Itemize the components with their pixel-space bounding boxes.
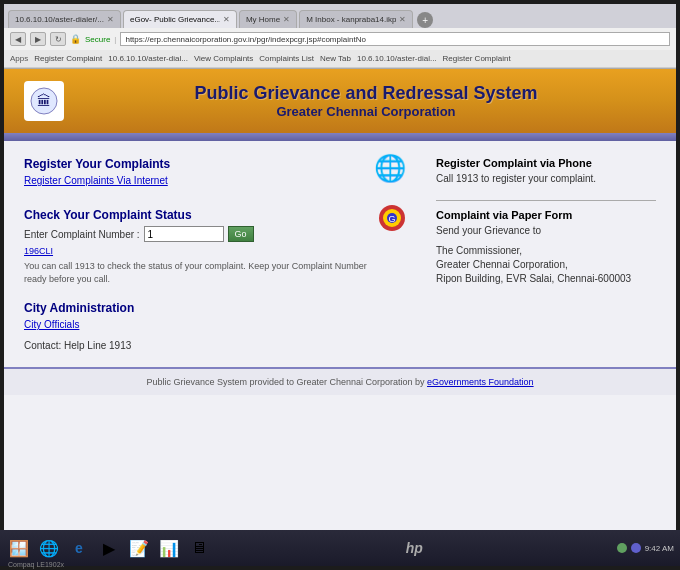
- bookmark-complaints[interactable]: Complaints List: [259, 54, 314, 63]
- city-admin-section: City Administration City Officials Conta…: [24, 301, 406, 351]
- taskbar-ie-icon[interactable]: e: [66, 535, 92, 561]
- browser-window: 10.6.10.10/aster-dialer/... ✕ eGov- Publ…: [4, 4, 676, 530]
- tab-label: My Home: [246, 15, 280, 24]
- header-subtitle: Greater Chennai Corporation: [76, 104, 656, 119]
- taskbar-word-icon[interactable]: 📝: [126, 535, 152, 561]
- tab-egov[interactable]: eGov- Public Grievance... ✕: [123, 10, 237, 28]
- hp-logo: hp: [406, 540, 423, 556]
- paper-section-title: Complaint via Paper Form: [436, 209, 656, 221]
- svg-text:G: G: [388, 214, 395, 224]
- page-content: 🏛 Public Grievance and Redressal System …: [4, 69, 676, 530]
- svg-text:🏛: 🏛: [37, 93, 51, 109]
- complaint-status-section: Check Your Complaint Status Enter Compla…: [24, 208, 406, 285]
- tab-inbox[interactable]: M Inbox - kanpraba14.ikp... ✕: [299, 10, 413, 28]
- secure-lock-icon: 🔒: [70, 34, 81, 44]
- tab-aster[interactable]: 10.6.10.10/aster-dialer/... ✕: [8, 10, 121, 28]
- paper-address-text: The Commissioner, Greater Chennai Corpor…: [436, 244, 656, 286]
- taskbar-chrome-icon[interactable]: 🌐: [36, 535, 62, 561]
- paper-intro-text: Send your Grievance to: [436, 224, 656, 238]
- paper-section: Complaint via Paper Form Send your Griev…: [436, 209, 656, 286]
- register-internet-link[interactable]: Register Complaints Via Internet: [24, 175, 170, 186]
- go-button[interactable]: Go: [228, 226, 254, 242]
- monitor-model-label: Compaq LE1902x: [8, 561, 64, 568]
- tab-home[interactable]: My Home ✕: [239, 10, 297, 28]
- bookmark-aster1[interactable]: 10.6.10.10/aster-dial...: [108, 54, 188, 63]
- status-title: Check Your Complaint Status: [24, 208, 378, 222]
- status-hint-link[interactable]: 196CLI: [24, 246, 378, 256]
- city-admin-title: City Administration: [24, 301, 406, 315]
- status-info-text: You can call 1913 to check the status of…: [24, 260, 378, 285]
- phone-section-title: Register Complaint via Phone: [436, 157, 656, 169]
- page-header: 🏛 Public Grievance and Redressal System …: [4, 69, 676, 133]
- phone-section: Register Complaint via Phone Call 1913 t…: [436, 157, 656, 186]
- taskbar-excel-icon[interactable]: 📊: [156, 535, 182, 561]
- clock: 9:42 AM: [645, 544, 674, 553]
- register-section: Register Your Complaints Register Compla…: [24, 157, 406, 196]
- ie-icon: 🌐: [374, 153, 406, 184]
- tab-label: M Inbox - kanpraba14.ikp...: [306, 15, 396, 24]
- tab-close-icon[interactable]: ✕: [223, 15, 230, 24]
- tab-close-icon[interactable]: ✕: [283, 15, 290, 24]
- taskbar: 🪟 🌐 e ▶ 📝 📊 🖥 hp 9:42 AM: [0, 530, 680, 566]
- bookmark-newtab[interactable]: New Tab: [320, 54, 351, 63]
- city-officials-link[interactable]: City Officials: [24, 319, 406, 330]
- browser-chrome: 10.6.10.10/aster-dialer/... ✕ eGov- Publ…: [4, 4, 676, 69]
- header-text: Public Grievance and Redressal System Gr…: [76, 83, 656, 119]
- taskbar-start-icon[interactable]: 🪟: [6, 535, 32, 561]
- right-column: Register Complaint via Phone Call 1913 t…: [436, 157, 656, 351]
- forward-button[interactable]: ▶: [30, 32, 46, 46]
- header-title: Public Grievance and Redressal System: [76, 83, 656, 104]
- back-button[interactable]: ◀: [10, 32, 26, 46]
- tab-bar: 10.6.10.10/aster-dialer/... ✕ eGov- Publ…: [4, 4, 676, 28]
- bookmark-aster2[interactable]: 10.6.10.10/aster-dial...: [357, 54, 437, 63]
- sound-icon: [631, 543, 641, 553]
- address-bar: ◀ ▶ ↻ 🔒 Secure |: [4, 28, 676, 50]
- refresh-button[interactable]: ↻: [50, 32, 66, 46]
- address-separator: |: [114, 35, 116, 44]
- secure-label: Secure: [85, 35, 110, 44]
- bookmarks-bar: Apps Register Complaint 10.6.10.10/aster…: [4, 50, 676, 68]
- tab-label: eGov- Public Grievance...: [130, 15, 220, 24]
- footer-link[interactable]: eGovernments Foundation: [427, 377, 534, 387]
- taskbar-media-icon[interactable]: ▶: [96, 535, 122, 561]
- apps-label: Apps: [10, 54, 28, 63]
- page-footer: Public Grievance System provided to Grea…: [4, 367, 676, 395]
- taskbar-calc-icon[interactable]: 🖥: [186, 535, 212, 561]
- purple-divider: [4, 133, 676, 141]
- footer-text: Public Grievance System provided to Grea…: [146, 377, 427, 387]
- section-divider: [436, 200, 656, 201]
- left-column: Register Your Complaints Register Compla…: [24, 157, 406, 351]
- bookmark-register2[interactable]: Register Complaint: [443, 54, 511, 63]
- status-icon: G: [378, 204, 406, 238]
- main-layout: Register Your Complaints Register Compla…: [4, 141, 676, 367]
- bookmark-view[interactable]: View Complaints: [194, 54, 253, 63]
- bookmark-register[interactable]: Register Complaint: [34, 54, 102, 63]
- register-title: Register Your Complaints: [24, 157, 170, 171]
- header-logo: 🏛: [24, 81, 64, 121]
- complaint-input-label: Enter Complaint Number :: [24, 229, 140, 240]
- tab-label: 10.6.10.10/aster-dialer/...: [15, 15, 104, 24]
- network-icon: [617, 543, 627, 553]
- address-input[interactable]: [120, 32, 670, 46]
- tab-close-icon[interactable]: ✕: [107, 15, 114, 24]
- new-tab-button[interactable]: +: [417, 12, 433, 28]
- tab-close-icon[interactable]: ✕: [399, 15, 406, 24]
- complaint-input-row: Enter Complaint Number : Go: [24, 226, 378, 242]
- phone-section-text: Call 1913 to register your complaint.: [436, 172, 656, 186]
- helpline-text: Contact: Help Line 1913: [24, 340, 406, 351]
- monitor: 10.6.10.10/aster-dialer/... ✕ eGov- Publ…: [0, 0, 680, 570]
- complaint-number-input[interactable]: [144, 226, 224, 242]
